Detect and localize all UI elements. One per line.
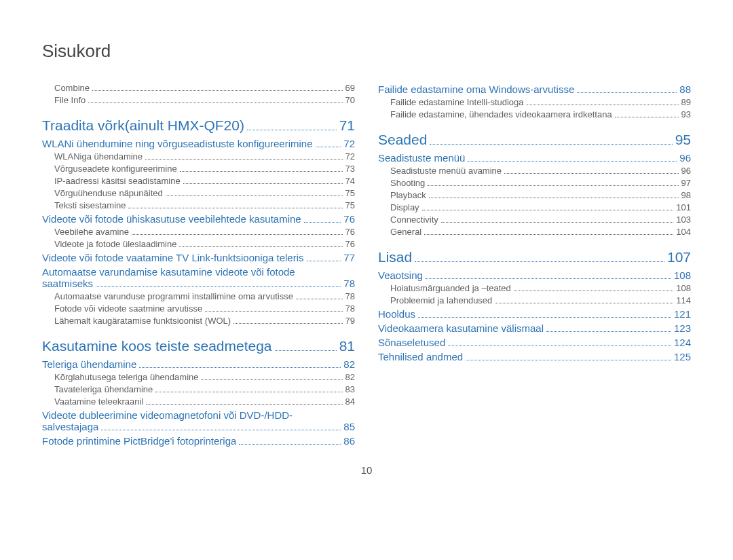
toc-entry[interactable]: Automaatse varunduse programmi installim… bbox=[42, 291, 355, 301]
toc-page: 123 bbox=[674, 322, 691, 334]
toc-label: Failide edastamine oma Windows-arvutisse bbox=[378, 83, 574, 95]
toc-page: 88 bbox=[679, 83, 691, 95]
toc-label: WLANi ühendumine ning võrguseadistuste k… bbox=[42, 138, 313, 149]
toc-leader-dots bbox=[527, 105, 679, 105]
toc-entry[interactable]: Lähemalt kaugäratamise funktsioonist (WO… bbox=[42, 316, 355, 326]
toc-leader-dots bbox=[92, 90, 343, 91]
toc-label: Seadistuste menüü bbox=[378, 152, 465, 164]
toc-page: 89 bbox=[681, 97, 691, 107]
toc-entry[interactable]: Võrguühenduse näpunäited75 bbox=[42, 188, 355, 198]
toc-page: 78 bbox=[345, 303, 355, 314]
page-number: 10 bbox=[42, 464, 691, 476]
toc-label: Probleemid ja lahendused bbox=[390, 295, 492, 305]
toc-leader-dots bbox=[101, 430, 341, 430]
toc-page: 70 bbox=[345, 95, 355, 105]
toc-page: 69 bbox=[345, 83, 355, 93]
toc-entry[interactable]: Veaotsing108 bbox=[378, 269, 691, 281]
toc-label: salvestajaga bbox=[42, 421, 98, 432]
toc-entry[interactable]: Playback98 bbox=[378, 190, 691, 200]
toc-leader-dots bbox=[466, 360, 671, 360]
toc-page: 79 bbox=[345, 316, 355, 326]
toc-entry[interactable]: Shooting97 bbox=[378, 178, 691, 188]
toc-entry[interactable]: WLANiga ühendamine72 bbox=[42, 151, 355, 162]
toc-leader-dots bbox=[577, 92, 677, 93]
toc-leader-dots bbox=[247, 130, 337, 130]
toc-entry[interactable]: Connectivity103 bbox=[378, 214, 691, 225]
toc-page: 86 bbox=[343, 435, 355, 447]
toc-label: Kõrglahutusega teleriga ühendamine bbox=[54, 372, 199, 382]
toc-entry[interactable]: Failide edastamine, ühendades videokaame… bbox=[378, 109, 691, 119]
toc-entry[interactable]: Lisad107 bbox=[378, 249, 691, 265]
toc-label: Failide edastamine, ühendades videokaame… bbox=[390, 109, 612, 119]
toc-entry[interactable]: File Info70 bbox=[42, 95, 355, 105]
toc-entry[interactable]: saatmiseks78 bbox=[42, 278, 355, 289]
toc-entry[interactable]: Seadistuste menüü avamine96 bbox=[378, 166, 691, 176]
toc-leader-dots bbox=[296, 299, 343, 299]
toc-entry[interactable]: Teksti sisestamine75 bbox=[42, 200, 355, 210]
toc-leader-dots bbox=[96, 286, 341, 287]
toc-page: 77 bbox=[343, 252, 355, 263]
toc-entry[interactable]: Seaded95 bbox=[378, 132, 691, 148]
toc-leader-dots bbox=[441, 222, 673, 223]
toc-entry[interactable]: Sõnaseletused124 bbox=[378, 337, 691, 348]
toc-leader-dots bbox=[424, 234, 673, 235]
toc-entry[interactable]: Failide edastamine Intelli-studioga89 bbox=[378, 97, 691, 107]
toc-left-column: Combine69File Info70Traadita võrk(ainult… bbox=[42, 81, 355, 448]
toc-label: Combine bbox=[54, 83, 90, 93]
toc-page: 81 bbox=[339, 338, 355, 354]
toc-leader-dots bbox=[146, 404, 342, 405]
toc-label: Videote ja fotode üleslaadimine bbox=[54, 239, 176, 249]
toc-label: saatmiseks bbox=[42, 278, 93, 289]
toc-entry[interactable]: Videokaamera kasutamine välismaal123 bbox=[378, 322, 691, 334]
toc-page: 85 bbox=[343, 421, 355, 432]
toc-entry[interactable]: IP-aadressi käsitsi seadistamine74 bbox=[42, 176, 355, 186]
toc-label: Lisad bbox=[378, 249, 412, 265]
toc-entry[interactable]: Kasutamine koos teiste seadmetega81 bbox=[42, 338, 355, 354]
toc-page: 107 bbox=[667, 249, 691, 265]
toc-label: Vaatamine teleekraanil bbox=[54, 396, 143, 407]
toc-entry[interactable]: Hoiatusmärguanded ja –teated108 bbox=[378, 283, 691, 293]
toc-entry[interactable]: Videote dubleerimine videomagnetofoni võ… bbox=[42, 409, 355, 421]
toc-entry[interactable]: Videote või fotode ühiskasutuse veebileh… bbox=[42, 213, 355, 225]
toc-entry[interactable]: Fotode printimine PictBridge'i fotoprint… bbox=[42, 435, 355, 447]
toc-columns: Combine69File Info70Traadita võrk(ainult… bbox=[42, 81, 691, 448]
toc-leader-dots bbox=[316, 147, 341, 147]
toc-entry[interactable]: Failide edastamine oma Windows-arvutisse… bbox=[378, 83, 691, 95]
toc-page: 76 bbox=[345, 227, 355, 237]
toc-entry[interactable]: Veebilehe avamine76 bbox=[42, 227, 355, 237]
toc-entry[interactable]: Videote ja fotode üleslaadimine76 bbox=[42, 239, 355, 249]
toc-entry[interactable]: Automaatse varundamise kasutamine videot… bbox=[42, 266, 355, 278]
toc-entry[interactable]: WLANi ühendumine ning võrguseadistuste k… bbox=[42, 138, 355, 149]
toc-leader-dots bbox=[239, 444, 341, 445]
toc-label: Automaatse varundamise kasutamine videot… bbox=[42, 266, 295, 278]
toc-entry[interactable]: Tavateleriga ühendamine83 bbox=[42, 384, 355, 394]
toc-entry[interactable]: Probleemid ja lahendused114 bbox=[378, 295, 691, 305]
toc-entry[interactable]: Vaatamine teleekraanil84 bbox=[42, 396, 355, 407]
toc-page: 73 bbox=[345, 164, 355, 174]
toc-entry[interactable]: Hooldus121 bbox=[378, 308, 691, 320]
toc-leader-dots bbox=[615, 117, 679, 117]
toc-page: 124 bbox=[674, 337, 691, 348]
toc-leader-dots bbox=[202, 379, 343, 380]
toc-entry[interactable]: Traadita võrk(ainult HMX-QF20)71 bbox=[42, 117, 355, 134]
toc-label: Fotode printimine PictBridge'i fotoprint… bbox=[42, 435, 236, 447]
toc-entry[interactable]: salvestajaga85 bbox=[42, 421, 355, 432]
toc-page: 96 bbox=[681, 166, 691, 176]
toc-entry[interactable]: Seadistuste menüü96 bbox=[378, 152, 691, 164]
page-title: Sisukord bbox=[42, 41, 691, 62]
toc-leader-dots bbox=[128, 208, 342, 208]
toc-entry[interactable]: Teleriga ühendamine82 bbox=[42, 358, 355, 370]
toc-entry[interactable]: Tehnilised andmed125 bbox=[378, 351, 691, 362]
toc-leader-dots bbox=[183, 183, 343, 184]
toc-leader-dots bbox=[495, 303, 673, 303]
toc-entry[interactable]: Videote või fotode vaatamine TV Link-fun… bbox=[42, 252, 355, 263]
toc-entry[interactable]: Display101 bbox=[378, 202, 691, 212]
toc-label: Sõnaseletused bbox=[378, 337, 445, 348]
toc-entry[interactable]: Võrguseadete konfigureerimine73 bbox=[42, 164, 355, 174]
toc-page: 83 bbox=[345, 384, 355, 394]
toc-leader-dots bbox=[139, 367, 341, 368]
toc-entry[interactable]: Combine69 bbox=[42, 83, 355, 93]
toc-entry[interactable]: Fotode või videote saatmine arvutisse78 bbox=[42, 303, 355, 314]
toc-entry[interactable]: General104 bbox=[378, 227, 691, 237]
toc-entry[interactable]: Kõrglahutusega teleriga ühendamine82 bbox=[42, 372, 355, 382]
